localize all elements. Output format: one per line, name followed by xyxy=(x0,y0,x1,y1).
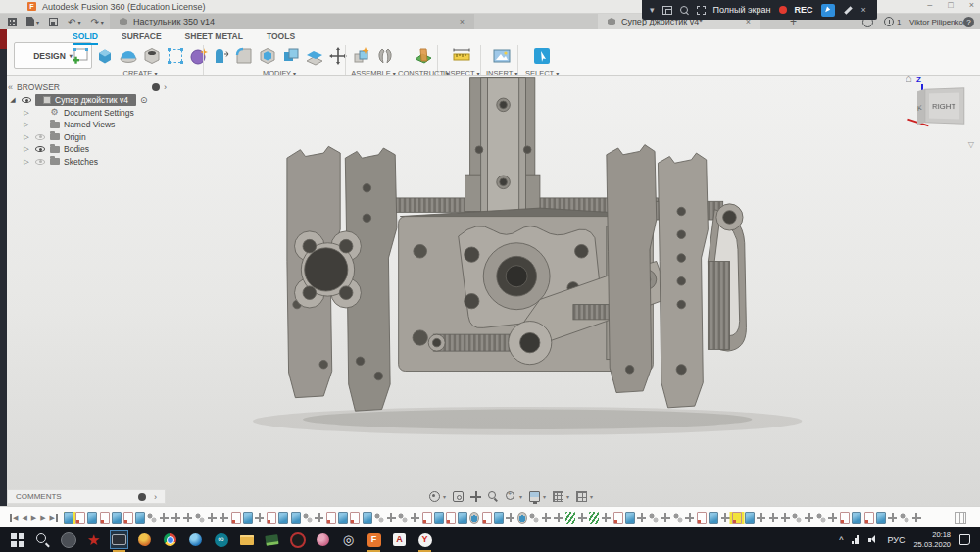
visibility-eye-icon[interactable] xyxy=(22,97,31,103)
view-cube[interactable]: ⌂ Z K RIGHT ▽ xyxy=(906,76,974,143)
paint-icon[interactable] xyxy=(136,531,153,548)
browser-item-sketches[interactable]: ▷Sketches xyxy=(8,156,167,169)
timeline-feature-extrude[interactable] xyxy=(745,512,755,524)
timeline-feature-joint[interactable] xyxy=(207,512,217,524)
cursor-tool-icon[interactable] xyxy=(821,4,835,17)
home-view-icon[interactable]: ⌂ xyxy=(906,73,912,84)
timeline-feature-sketch[interactable] xyxy=(864,512,874,524)
comments-options-icon[interactable] xyxy=(138,493,146,501)
browser-item-named-views[interactable]: ▷Named Views xyxy=(8,119,167,131)
browser-options-icon[interactable] xyxy=(152,83,160,91)
create-form-icon[interactable] xyxy=(188,45,210,67)
clock-date[interactable]: 20:18 25.03.2020 xyxy=(913,530,951,549)
timeline-feature-coil[interactable] xyxy=(589,512,599,524)
timeline-feature-extrude[interactable] xyxy=(625,512,635,524)
look-at-icon[interactable] xyxy=(453,491,464,502)
recorder-close-icon[interactable]: × xyxy=(861,5,866,15)
timeline-feature-joint[interactable] xyxy=(219,512,228,524)
save-icon[interactable] xyxy=(49,18,58,26)
activate-component-radio[interactable]: ⊙ xyxy=(140,95,148,105)
timeline-feature-extrude[interactable] xyxy=(64,512,74,524)
language-indicator[interactable]: РУС xyxy=(887,535,905,545)
insert-image-icon[interactable] xyxy=(491,45,513,67)
timeline-feature-extrude[interactable] xyxy=(363,512,372,524)
shell-icon[interactable] xyxy=(257,45,278,67)
timeline-feature-extrude[interactable] xyxy=(135,512,145,524)
view-cube-right-face[interactable]: RIGHT xyxy=(924,87,964,125)
timeline-feature-extrude[interactable] xyxy=(87,512,97,524)
new-component-icon[interactable] xyxy=(351,45,372,67)
timeline-feature-group[interactable] xyxy=(303,512,313,524)
timeline-feature-group[interactable] xyxy=(195,512,205,524)
extrude-icon[interactable] xyxy=(94,45,116,67)
timeline-feature-sketch[interactable] xyxy=(326,512,336,524)
file-menu-caret[interactable]: ▾ xyxy=(36,19,39,25)
timeline-feature-group[interactable] xyxy=(374,512,384,524)
viewports-icon[interactable] xyxy=(576,491,587,502)
magnifier-icon[interactable] xyxy=(680,6,689,15)
timeline-feature-sketch[interactable] xyxy=(697,512,707,524)
timeline-feature-joint[interactable] xyxy=(386,512,396,524)
help-icon[interactable]: ? xyxy=(963,17,974,27)
timeline-feature-revolve[interactable] xyxy=(517,512,527,524)
browser-item-document-settings[interactable]: ▷⚙Document Settings xyxy=(8,107,167,120)
press-pull-icon[interactable] xyxy=(210,45,231,67)
expand-arrow-icon[interactable]: ▷ xyxy=(22,121,31,128)
timeline-feature-joint[interactable] xyxy=(888,512,898,524)
orbit-caret-icon[interactable]: ▾ xyxy=(443,493,446,500)
timeline-feature-joint[interactable] xyxy=(757,512,766,524)
timeline-feature-extrude[interactable] xyxy=(338,512,348,524)
timeline-feature-joint[interactable] xyxy=(911,512,921,524)
maximize-button[interactable]: □ xyxy=(948,0,953,10)
redo-icon[interactable]: ↷ xyxy=(90,17,98,27)
joint-icon[interactable] xyxy=(374,45,396,67)
undo-caret[interactable]: ▾ xyxy=(77,19,80,25)
hole-icon[interactable] xyxy=(141,45,163,67)
fillet-icon[interactable] xyxy=(233,45,255,67)
timeline-step-back-button[interactable]: ◀ xyxy=(22,514,26,522)
model-viewport[interactable]: « BROWSER › ◢ Супер джойстик v4 ⊙ ▷⚙Docu… xyxy=(0,76,980,506)
timeline-feature-joint[interactable] xyxy=(172,512,181,524)
timeline-feature-extrude[interactable] xyxy=(494,512,504,524)
timeline-skip-end-button[interactable]: ▶ xyxy=(50,514,58,522)
display-settings-icon[interactable] xyxy=(529,491,540,502)
close-button[interactable]: × xyxy=(969,0,974,10)
timeline-feature-joint[interactable] xyxy=(685,512,695,524)
expand-arrow-icon[interactable]: ▷ xyxy=(22,133,31,141)
chrome-icon[interactable] xyxy=(162,531,178,548)
timeline-feature-joint[interactable] xyxy=(805,512,814,524)
star-icon[interactable]: ★ xyxy=(85,531,102,548)
browser-item-bodies[interactable]: ▷Bodies xyxy=(8,143,167,156)
arduino-icon[interactable]: ∞ xyxy=(213,531,229,548)
revolve-icon[interactable] xyxy=(118,45,139,67)
grid-icon[interactable] xyxy=(553,491,564,502)
expand-arrow-icon[interactable]: ▷ xyxy=(22,145,31,153)
browser-root-row[interactable]: ◢ Супер джойстик v4 ⊙ xyxy=(8,94,167,107)
timeline-feature-extrude[interactable] xyxy=(458,512,467,524)
timeline-play-button[interactable]: ▶ xyxy=(31,514,36,522)
search-icon[interactable] xyxy=(34,531,51,548)
timeline-feature-sketch[interactable] xyxy=(446,512,456,524)
timeline-feature-group[interactable] xyxy=(398,512,408,524)
fullscreen-mode-label[interactable]: Полный экран xyxy=(713,5,771,15)
crop-region-icon[interactable] xyxy=(697,6,706,15)
timeline-feature-joint[interactable] xyxy=(315,512,324,524)
grid-caret-icon[interactable]: ▾ xyxy=(566,493,569,500)
timeline-feature-joint[interactable] xyxy=(601,512,611,524)
recorder-icon[interactable] xyxy=(111,531,127,548)
timeline-feature-sketch[interactable] xyxy=(732,512,742,524)
model-coil-right[interactable] xyxy=(708,261,729,349)
document-tab-inactive[interactable]: Настульник 350 v14 × xyxy=(110,14,474,29)
explorer-icon[interactable] xyxy=(238,531,255,548)
display-settings-caret-icon[interactable]: ▾ xyxy=(543,493,546,500)
comments-bar[interactable]: COMMENTS › xyxy=(7,489,166,504)
rec-label[interactable]: REC xyxy=(795,5,813,15)
timeline-feature-joint[interactable] xyxy=(541,512,551,524)
app-grid-icon[interactable] xyxy=(8,18,17,26)
model-left-hub[interactable] xyxy=(295,231,362,308)
timeline-feature-sketch[interactable] xyxy=(75,512,85,524)
start-icon[interactable] xyxy=(9,531,25,548)
timeline-feature-sketch[interactable] xyxy=(123,512,133,524)
timeline-feature-group[interactable] xyxy=(673,512,683,524)
timeline-feature-extrude[interactable] xyxy=(434,512,444,524)
